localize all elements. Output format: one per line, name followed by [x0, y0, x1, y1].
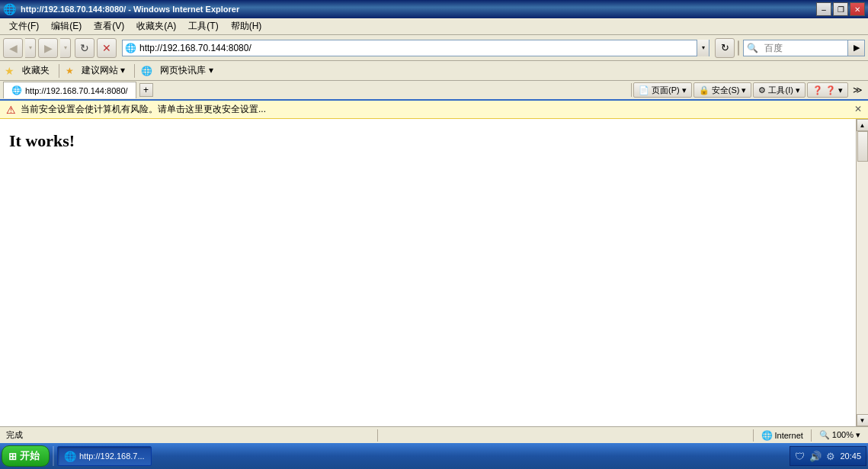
title-bar-left: 🌐 http://192.168.70.144:8080/ - Windows … — [3, 3, 239, 15]
fav-quicklib-icon: 🌐 — [141, 66, 152, 76]
menu-view[interactable]: 查看(V) — [88, 18, 130, 34]
safety-label: 安全(S) ▾ — [712, 85, 747, 96]
systray-icon2: 🔊 — [809, 451, 822, 462]
new-tab-button[interactable]: + — [139, 83, 153, 97]
tools-label: 工具(I) ▾ — [768, 85, 799, 96]
fav-site-icon: ★ — [66, 66, 74, 76]
tab-url: http://192.168.70.144:8080/ — [25, 86, 128, 95]
search-input[interactable] — [761, 43, 847, 53]
favorites-toolbar: ★ 收藏夹 ★ 建议网站 ▾ 🌐 网页快讯库 ▾ — [0, 61, 868, 81]
address-bar-container: 🌐 ▾ — [122, 40, 709, 56]
zoom-section[interactable]: 🔍 100% ▾ — [815, 430, 865, 440]
status-sep3 — [811, 429, 812, 442]
security-warning-text: 当前安全设置会使计算机有风险。请单击这里更改安全设置... — [21, 103, 862, 116]
nav-right-buttons: ↻ — [715, 38, 741, 58]
forward-dropdown[interactable]: ▾ — [60, 38, 71, 58]
systray-icon1: 🛡 — [795, 451, 805, 462]
back-button[interactable]: ◀ — [3, 38, 23, 58]
favorites-button[interactable]: 收藏夹 — [19, 63, 53, 79]
zone-label: Internet — [775, 431, 803, 440]
forward-button[interactable]: ▶ — [38, 38, 58, 58]
status-text: 完成 — [3, 429, 374, 441]
back-dropdown[interactable]: ▾ — [25, 38, 36, 58]
zone-icon: 🌐 — [761, 430, 773, 441]
main-content: It works! — [0, 119, 856, 426]
start-button[interactable]: ⊞ 开始 — [2, 445, 50, 467]
content-frame: It works! ▲ ▼ — [0, 119, 868, 426]
status-sep2 — [753, 429, 754, 442]
tools-button[interactable]: ⚙ 工具(I) ▾ — [753, 82, 805, 98]
stop-search-sep — [738, 40, 739, 56]
menu-file[interactable]: 文件(F) — [3, 18, 45, 34]
menu-help[interactable]: 帮助(H) — [225, 18, 268, 34]
page-tools-label: 页面(P) ▾ — [652, 85, 687, 96]
browser-window: 🌐 http://192.168.70.144:8080/ - Windows … — [0, 0, 868, 469]
menu-edit[interactable]: 编辑(E) — [45, 18, 88, 34]
page-heading: It works! — [9, 131, 847, 151]
taskbar-sep — [53, 446, 54, 466]
status-bar: 完成 🌐 Internet 🔍 100% ▾ — [0, 426, 868, 443]
menu-favorites[interactable]: 收藏夹(A) — [130, 18, 182, 34]
taskbar: ⊞ 开始 🌐 http://192.168.7... 🛡 🔊 ⚙ 20:45 — [0, 443, 868, 469]
address-input[interactable] — [138, 40, 697, 56]
favorites-separator2 — [134, 64, 135, 78]
start-label: 开始 — [20, 449, 40, 463]
security-warning-icon: ⚠ — [6, 104, 16, 116]
page-tools-button[interactable]: 📄 页面(P) ▾ — [633, 82, 692, 98]
systray-icon3: ⚙ — [826, 451, 835, 462]
help-button[interactable]: ❓ ❓ ▾ — [807, 82, 848, 98]
addr-tab-bar: 🌐 http://192.168.70.144:8080/ + 📄 页面(P) … — [0, 81, 868, 101]
safety-icon: 🔒 — [699, 85, 709, 95]
scroll-thumb[interactable] — [857, 131, 868, 162]
title-bar-controls: – ❐ ✕ — [816, 2, 865, 16]
stop-button[interactable]: ✕ — [97, 38, 117, 58]
taskbar-ie-label: http://192.168.7... — [79, 451, 145, 461]
system-clock: 20:45 — [840, 451, 861, 461]
scroll-track[interactable] — [857, 131, 868, 414]
zoom-icon: 🔍 — [819, 430, 830, 440]
page-icon: 🌐 — [123, 40, 138, 56]
favorites-star-icon: ★ — [5, 65, 14, 77]
menu-bar: 文件(F) 编辑(E) 查看(V) 收藏夹(A) 工具(T) 帮助(H) — [0, 18, 868, 35]
favorites-separator — [59, 64, 59, 78]
restore-button[interactable]: ❐ — [833, 2, 848, 16]
taskbar-items: 🌐 http://192.168.7... — [57, 446, 786, 466]
title-text: http://192.168.70.144:8080/ - Windows In… — [21, 5, 239, 14]
browser-tab[interactable]: 🌐 http://192.168.70.144:8080/ — [3, 82, 136, 98]
address-dropdown[interactable]: ▾ — [697, 40, 709, 56]
start-icon: ⊞ — [8, 451, 17, 462]
refresh-button[interactable]: ↻ — [75, 38, 94, 58]
refresh-icon-btn[interactable]: ↻ — [715, 38, 735, 58]
scroll-down-button[interactable]: ▼ — [857, 414, 869, 426]
tab-icon: 🌐 — [11, 85, 22, 95]
tools-icon: ⚙ — [758, 85, 766, 95]
zone-section: 🌐 Internet — [757, 430, 808, 441]
status-sep1 — [377, 429, 378, 442]
page-icon2: 📄 — [639, 85, 649, 95]
taskbar-right: 🛡 🔊 ⚙ 20:45 — [790, 446, 866, 466]
right-toolbar: 📄 页面(P) ▾ 🔒 安全(S) ▾ ⚙ 工具(I) ▾ ❓ ❓ ▾ ≫ — [631, 82, 865, 98]
minimize-button[interactable]: – — [816, 2, 831, 16]
help-icon: ❓ — [812, 85, 823, 95]
suggest-sites-button[interactable]: 建议网站 ▾ — [78, 63, 128, 79]
browser-icon: 🌐 — [3, 3, 16, 15]
nav-toolbar: ◀ ▾ ▶ ▾ ↻ ✕ 🌐 ▾ ↻ 🔍 ▶ — [0, 35, 868, 61]
title-bar: 🌐 http://192.168.70.144:8080/ - Windows … — [0, 0, 868, 18]
toolbar-expand-button[interactable]: ≫ — [850, 82, 865, 98]
menu-tools[interactable]: 工具(T) — [182, 18, 224, 34]
zoom-label: 100% ▾ — [832, 430, 860, 440]
quicklib-button[interactable]: 网页快讯库 ▾ — [157, 63, 216, 79]
close-button[interactable]: ✕ — [850, 2, 865, 16]
scroll-up-button[interactable]: ▲ — [857, 119, 869, 131]
toolbar-sep1 — [631, 83, 632, 97]
security-bar-close-button[interactable]: ✕ — [851, 102, 865, 116]
search-button[interactable]: ▶ — [847, 40, 864, 56]
security-bar: ⚠ 当前安全设置会使计算机有风险。请单击这里更改安全设置... ✕ — [0, 101, 868, 119]
taskbar-ie-item[interactable]: 🌐 http://192.168.7... — [57, 446, 152, 466]
safety-button[interactable]: 🔒 安全(S) ▾ — [693, 82, 752, 98]
search-bar: 🔍 ▶ — [743, 40, 865, 56]
address-input-wrap: 🌐 ▾ — [122, 40, 709, 56]
scrollbar[interactable]: ▲ ▼ — [856, 119, 868, 426]
help-label: ❓ ▾ — [825, 85, 843, 95]
taskbar-ie-icon: 🌐 — [64, 451, 76, 462]
